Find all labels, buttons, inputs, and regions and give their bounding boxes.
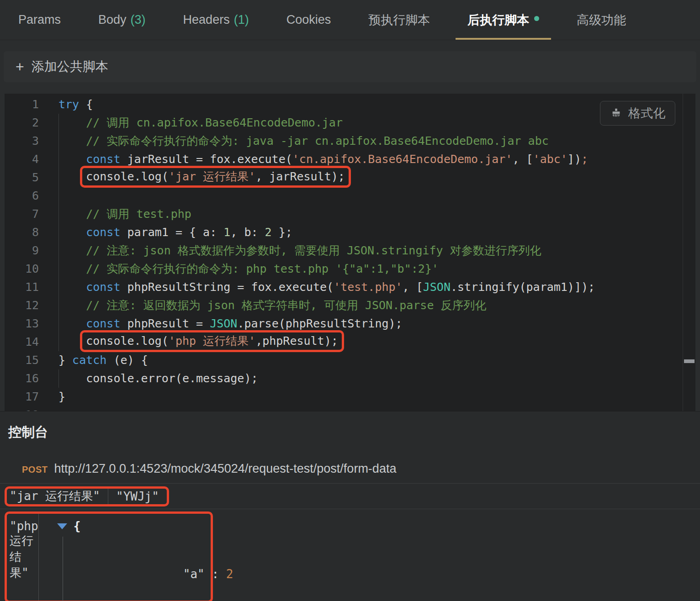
line-number: 2 <box>5 114 39 132</box>
unsaved-dot-icon <box>534 16 539 21</box>
json-colon: : <box>205 567 226 581</box>
line-number: 8 <box>5 223 39 242</box>
code-text: } catch (e) { <box>58 351 148 369</box>
line-number: 18 <box>5 406 39 411</box>
tab-label: 高级功能 <box>577 12 626 28</box>
tab-label: 预执行脚本 <box>368 12 430 28</box>
code-line[interactable]: 17} <box>5 388 695 406</box>
line-number: 16 <box>5 369 39 388</box>
code-line[interactable]: 11 const phpResultString = fox.execute('… <box>5 278 695 296</box>
tab-label: 后执行脚本 <box>467 12 529 28</box>
code-line[interactable]: 7 // 调用 test.php <box>5 205 695 223</box>
plus-icon: + <box>16 59 24 74</box>
code-line[interactable]: 6 <box>5 187 695 205</box>
line-number: 1 <box>5 95 39 114</box>
editor-scrollbar[interactable] <box>683 94 695 411</box>
highlight-box: "php 运行结果" { "a" : 2 "b" : 4 <box>5 511 213 601</box>
code-line[interactable]: 14 console.log('php 运行结果',phpResult); <box>5 333 695 351</box>
code-text: try { <box>58 95 93 114</box>
console-log-row-jar: "jar 运行结果" "YWJj" <box>0 483 700 509</box>
code-line[interactable]: 1try { <box>5 95 695 114</box>
line-number: 17 <box>5 388 39 406</box>
open-brace: { <box>74 519 81 533</box>
line-number: 11 <box>5 278 39 296</box>
tab-label: Body <box>98 13 127 27</box>
brush-icon <box>610 107 622 120</box>
json-entry: "a" : 2 <box>83 537 233 601</box>
code-line[interactable]: 16 console.error(e.message); <box>5 369 695 388</box>
code-text: console.log('jar 运行结果', jarResult); <box>58 169 351 187</box>
tab-label: Headers <box>183 13 230 27</box>
line-number: 9 <box>5 242 39 260</box>
console-panel: 控制台 POST http://127.0.0.1:4523/mock/3450… <box>0 411 700 601</box>
tab-params[interactable]: Params <box>6 0 73 40</box>
tab-pre-script[interactable]: 预执行脚本 <box>356 0 442 40</box>
code-text: console.log('php 运行结果',phpResult); <box>58 333 344 351</box>
tab-label: Params <box>18 13 61 27</box>
code-text: // 实际命令行执行的命令为: php test.php '{"a":1,"b"… <box>58 260 439 278</box>
code-text: // 注意: json 格式数据作为参数时, 需要使用 JSON.stringi… <box>58 242 541 260</box>
line-number: 15 <box>5 351 39 369</box>
code-text: const param1 = { a: 1, b: 2 }; <box>58 223 292 242</box>
format-button-label: 格式化 <box>628 105 665 121</box>
active-tab-underline <box>456 38 551 40</box>
code-text: // 调用 cn.apifox.Base64EncodeDemo.jar <box>58 114 343 132</box>
log-label: "php 运行结果" <box>7 514 38 601</box>
line-number: 12 <box>5 296 39 315</box>
code-line[interactable]: 12 // 注意: 返回数据为 json 格式字符串时, 可使用 JSON.pa… <box>5 296 695 315</box>
json-tree: { "a" : 2 "b" : 4 } <box>39 514 233 601</box>
tab-count-badge: (1) <box>234 13 249 27</box>
tab-headers[interactable]: Headers(1) <box>171 0 261 40</box>
add-public-script-button[interactable]: + 添加公共脚本 <box>4 51 696 82</box>
script-code-editor[interactable]: 1try {2 // 调用 cn.apifox.Base64EncodeDemo… <box>5 94 695 411</box>
code-text: // 注意: 返回数据为 json 格式字符串时, 可使用 JSON.parse… <box>58 296 487 315</box>
console-log-row-php: "php 运行结果" { "a" : 2 "b" : 4 <box>0 509 700 601</box>
code-text: console.error(e.message); <box>58 369 258 388</box>
http-method-badge: POST <box>22 464 48 475</box>
request-url: http://127.0.0.1:4523/mock/345024/reques… <box>54 462 396 476</box>
line-number: 14 <box>5 333 39 351</box>
tab-advanced[interactable]: 高级功能 <box>565 0 638 40</box>
highlight-box: console.log('php 运行结果',phpResult); <box>80 330 344 352</box>
line-number: 3 <box>5 132 39 150</box>
code-line[interactable]: 15} catch (e) { <box>5 351 695 369</box>
add-public-script-label: 添加公共脚本 <box>32 58 108 75</box>
scrollbar-thumb[interactable] <box>684 359 695 363</box>
json-key: "a" <box>183 567 205 581</box>
highlight-box: console.log('jar 运行结果', jarResult); <box>80 166 351 188</box>
line-number: 7 <box>5 205 39 223</box>
tab-body[interactable]: Body(3) <box>86 0 158 40</box>
highlight-box: "jar 运行结果" "YWJj" <box>5 486 169 506</box>
line-number: 5 <box>5 169 39 187</box>
indent-guide <box>58 369 59 388</box>
code-line[interactable]: 2 // 调用 cn.apifox.Base64EncodeDemo.jar <box>5 114 695 132</box>
log-value: "YWJj" <box>108 490 167 503</box>
code-line[interactable]: 10 // 实际命令行执行的命令为: php test.php '{"a":1,… <box>5 260 695 278</box>
json-entries: "a" : 2 "b" : 4 <box>63 537 233 601</box>
tab-post-script[interactable]: 后执行脚本 <box>456 0 551 40</box>
code-line[interactable]: 18 <box>5 406 695 411</box>
code-text: // 调用 test.php <box>58 205 191 223</box>
code-text: } <box>58 388 65 406</box>
request-line: POST http://127.0.0.1:4523/mock/345024/r… <box>22 462 700 476</box>
indent-guide <box>58 114 59 351</box>
tab-count-badge: (3) <box>131 13 146 27</box>
line-number: 13 <box>5 315 39 333</box>
console-title: 控制台 <box>0 411 700 442</box>
tab-label: Cookies <box>286 13 331 27</box>
line-number: 10 <box>5 260 39 278</box>
request-tabs: ParamsBody(3)Headers(1)Cookies预执行脚本后执行脚本… <box>0 0 700 40</box>
collapse-triangle-icon[interactable] <box>57 523 67 529</box>
code-line[interactable]: 3 // 实际命令行执行的命令为: java -jar cn.apifox.Ba… <box>5 132 695 150</box>
code-line[interactable]: 5 console.log('jar 运行结果', jarResult); <box>5 169 695 187</box>
tab-cookies[interactable]: Cookies <box>275 0 343 40</box>
code-line[interactable]: 9 // 注意: json 格式数据作为参数时, 需要使用 JSON.strin… <box>5 242 695 260</box>
code-lines: 1try {2 // 调用 cn.apifox.Base64EncodeDemo… <box>5 95 695 411</box>
json-value: 2 <box>226 567 233 581</box>
code-line[interactable]: 8 const param1 = { a: 1, b: 2 }; <box>5 223 695 242</box>
line-number: 4 <box>5 150 39 169</box>
code-text: const phpResultString = fox.execute('tes… <box>58 278 595 296</box>
console-log-list: "jar 运行结果" "YWJj" "php 运行结果" { "a" : 2 <box>0 483 700 601</box>
line-number: 6 <box>5 187 39 205</box>
format-button[interactable]: 格式化 <box>600 101 675 126</box>
